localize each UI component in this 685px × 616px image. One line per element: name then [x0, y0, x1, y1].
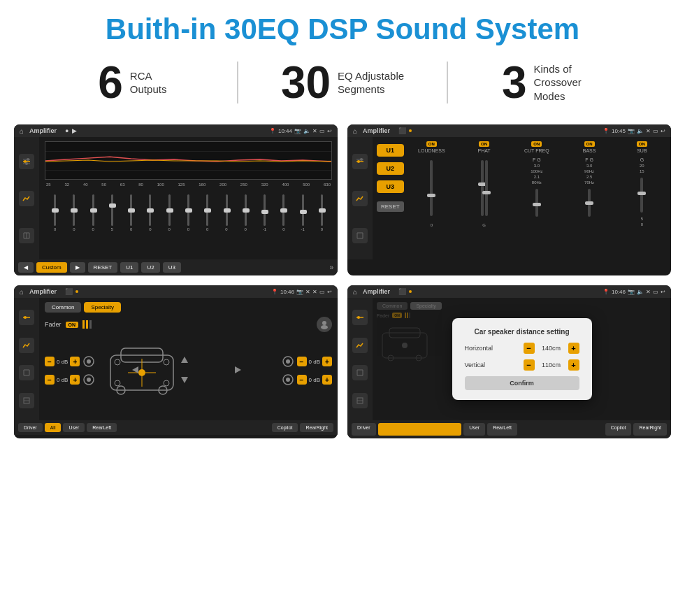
eq-slider-13[interactable]: -1 [294, 194, 311, 231]
eq-slider-1[interactable]: 0 [65, 194, 82, 231]
all-button[interactable]: All [45, 423, 62, 432]
vol-value-3: 0 dB [309, 359, 320, 365]
driver-button[interactable]: Driver [18, 423, 43, 432]
copilot-button[interactable]: Copilot [272, 423, 298, 432]
car-down-arrow[interactable] [180, 374, 189, 387]
fader-bar-1 [82, 320, 85, 329]
phat-slider-1[interactable] [481, 160, 484, 216]
amp2-main-content: U1 U2 U3 RESET ON LOUDNESS 0 [373, 137, 671, 259]
eq-sidebar-icon-3[interactable] [19, 228, 34, 243]
vol-plus-3[interactable]: + [322, 357, 332, 366]
cutfreq-on-badge[interactable]: ON [531, 141, 542, 147]
eq-play-button[interactable]: ▶ [70, 262, 85, 273]
eq-slider-10[interactable]: 0 [237, 194, 254, 231]
dist-sidebar-icon-2[interactable] [352, 338, 368, 353]
eq-sidebar-icon-2[interactable] [19, 191, 34, 206]
rearright-button[interactable]: RearRight [300, 423, 333, 432]
vol-minus-4[interactable]: − [297, 375, 307, 385]
car-right-arrow[interactable] [233, 364, 242, 377]
loudness-slider[interactable] [430, 160, 433, 216]
horizontal-minus[interactable]: − [524, 343, 535, 354]
fader-bar-3 [89, 320, 92, 329]
stats-row: 6 RCAOutputs 30 EQ AdjustableSegments 3 … [0, 53, 685, 117]
vol-minus-1[interactable]: − [45, 357, 55, 366]
u1-button[interactable]: U1 [377, 144, 404, 157]
eq-sidebar-icon-1[interactable] [19, 154, 34, 169]
confirm-button[interactable]: Confirm [465, 376, 579, 390]
amp2-sidebar-icon-2[interactable] [352, 191, 368, 206]
eq-u3-button[interactable]: U3 [163, 262, 181, 273]
eq-slider-9[interactable]: 0 [217, 194, 235, 231]
vol-row-1: − 0 dB + [45, 354, 96, 368]
eq-slider-4[interactable]: 0 [122, 194, 140, 231]
car-left-arrow[interactable] [131, 364, 140, 377]
eq-u2-button[interactable]: U2 [141, 262, 159, 273]
rearleft-button[interactable]: RearLeft [87, 423, 117, 432]
fader-label: Fader [45, 321, 62, 328]
cross-sidebar-icon-4[interactable] [19, 393, 34, 408]
fader-on-badge[interactable]: ON [66, 322, 79, 328]
dist-rearleft-button[interactable]: RearLeft [487, 423, 517, 436]
dist-sidebar-icon-1[interactable] [352, 310, 368, 325]
cross-x-icon: ✕ [312, 289, 317, 295]
dist-user-button[interactable]: User [463, 423, 485, 436]
bass-on-badge[interactable]: ON [584, 141, 595, 147]
eq-slider-0[interactable]: 0 [46, 194, 64, 231]
u3-button[interactable]: U3 [377, 180, 404, 193]
user-button[interactable]: User [63, 423, 85, 432]
phat-slider-2[interactable] [485, 160, 488, 216]
cutfreq-slider[interactable] [535, 189, 538, 217]
car-up-arrow[interactable] [180, 354, 189, 367]
u2-button[interactable]: U2 [377, 162, 404, 175]
cross-tab-specialty[interactable]: Specialty [84, 302, 120, 313]
dist-driver-button[interactable]: Driver [352, 423, 376, 436]
eq-slider-12[interactable]: 0 [275, 194, 292, 231]
reset-button[interactable]: RESET [377, 201, 404, 212]
svg-point-3 [27, 158, 29, 161]
channel-sub: ON SUB G 20 15 5 0 [617, 141, 667, 257]
bass-label: BASS [583, 148, 596, 153]
eq-slider-8[interactable]: 0 [199, 194, 216, 231]
amp2-sidebar-icon-3[interactable] [352, 228, 368, 243]
eq-u1-button[interactable]: U1 [120, 262, 138, 273]
sub-slider[interactable] [640, 178, 643, 213]
eq-prev-button[interactable]: ◀ [18, 262, 34, 273]
dist-sidebar-icon-4[interactable] [352, 393, 368, 408]
cross-sidebar-icon-2[interactable] [19, 338, 34, 353]
dist-rearright-button[interactable]: RearRight [633, 423, 667, 436]
amp2-status-bar: ⌂ Amplifier ⬛ 📍 10:45 📷 🔈 ✕ ▭ ↩ [347, 124, 671, 137]
eq-slider-14[interactable]: 0 [313, 194, 331, 231]
vertical-plus[interactable]: + [568, 359, 579, 371]
loudness-on-badge[interactable]: ON [426, 141, 437, 147]
eq-slider-6[interactable]: 0 [161, 194, 178, 231]
car-diagram [100, 338, 276, 403]
amp2-home-icon: ⌂ [353, 127, 357, 135]
dist-copilot-button[interactable]: Copilot [605, 423, 632, 436]
dist-sidebar-icon-3[interactable] [352, 365, 368, 380]
eq-custom-button[interactable]: Custom [36, 262, 67, 273]
eq-slider-2[interactable]: 0 [85, 194, 102, 231]
horizontal-plus[interactable]: + [568, 343, 579, 354]
sub-on-badge[interactable]: ON [637, 141, 647, 147]
vol-plus-2[interactable]: + [70, 375, 80, 385]
eq-slider-7[interactable]: 0 [180, 194, 197, 231]
vol-minus-3[interactable]: − [297, 357, 307, 366]
vol-plus-4[interactable]: + [322, 375, 332, 385]
vertical-minus[interactable]: − [524, 359, 535, 371]
cross-sidebar-icon-1[interactable] [19, 310, 34, 325]
eq-slider-5[interactable]: 0 [141, 194, 159, 231]
amp2-sidebar-icon-1[interactable] [352, 154, 368, 169]
cross-sidebar-icon-3[interactable] [19, 365, 34, 380]
phat-on-badge[interactable]: ON [479, 141, 489, 147]
svg-point-32 [138, 369, 145, 376]
vol-value-2: 0 dB [57, 377, 68, 383]
eq-slider-3[interactable]: 5 [103, 194, 121, 231]
vol-minus-2[interactable]: − [45, 375, 55, 385]
amp2-back-icon: ↩ [661, 128, 665, 134]
eq-reset-button[interactable]: RESET [88, 262, 118, 273]
vol-plus-1[interactable]: + [70, 357, 80, 366]
bass-slider[interactable] [588, 189, 591, 217]
eq-slider-11[interactable]: -1 [256, 194, 273, 231]
speaker-icon-1 [82, 354, 96, 368]
cross-tab-common[interactable]: Common [45, 302, 81, 313]
